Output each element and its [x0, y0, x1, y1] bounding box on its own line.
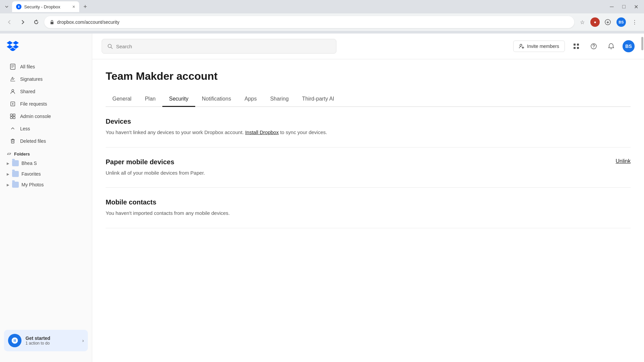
svg-rect-18	[577, 44, 579, 46]
tab-sharing[interactable]: Sharing	[263, 92, 295, 107]
help-icon	[590, 43, 597, 50]
unlink-button[interactable]: Unlink	[616, 158, 631, 164]
bell-icon	[608, 43, 614, 50]
search-input[interactable]	[116, 44, 331, 49]
svg-rect-2	[10, 64, 15, 69]
search-icon	[107, 44, 113, 49]
mobile-contacts-desc: You haven't imported contacts from any m…	[106, 209, 631, 217]
svg-rect-19	[574, 47, 576, 49]
devices-title: Devices	[106, 118, 631, 125]
mobile-contacts-section: Mobile contacts You haven't imported con…	[106, 188, 631, 228]
folder-name: Favorites	[21, 171, 41, 177]
sidebar-item-admin-console[interactable]: Admin console	[3, 110, 89, 122]
grid-icon	[573, 43, 580, 50]
sidebar: All files Signatures Shared File request…	[0, 34, 92, 362]
sidebar-item-less[interactable]: Less	[3, 123, 89, 135]
shared-icon	[9, 88, 16, 95]
devices-desc-before: You haven't linked any devices to your w…	[106, 129, 244, 135]
help-button[interactable]	[588, 40, 600, 52]
sidebar-less-label: Less	[20, 126, 30, 131]
tab-security[interactable]: Security	[162, 92, 195, 107]
url-text: dropbox.com/account/security	[57, 19, 569, 25]
svg-rect-20	[577, 47, 579, 49]
folder-icon	[12, 171, 19, 177]
get-started-subtitle: 1 action to do	[25, 341, 78, 346]
new-tab-button[interactable]: +	[80, 2, 90, 11]
signatures-icon	[9, 76, 16, 82]
sidebar-folder-favorites[interactable]: ▶ Favorites	[0, 169, 92, 179]
get-started-title: Get started	[25, 336, 78, 341]
downloads-button[interactable]	[602, 17, 613, 27]
tab-list-button[interactable]	[3, 3, 11, 11]
sidebar-folder-bhea-s[interactable]: ▶ Bhea S	[0, 158, 92, 169]
avatar[interactable]: BS	[623, 40, 635, 52]
search-bar[interactable]	[102, 39, 336, 54]
tab-close-button[interactable]: ×	[72, 4, 75, 9]
forward-button[interactable]	[17, 17, 28, 27]
scrollbar-thumb[interactable]	[641, 37, 643, 50]
back-button[interactable]	[4, 17, 15, 27]
main-content: Invite members BS Team Makder accou	[92, 34, 644, 239]
sidebar-item-label: Admin console	[20, 114, 51, 119]
sidebar-item-signatures[interactable]: Signatures	[3, 73, 89, 85]
install-dropbox-link[interactable]: Install Dropbox	[245, 129, 279, 135]
folder-icon	[12, 160, 19, 166]
folder-chevron-icon: ▶	[7, 162, 9, 165]
invite-members-button[interactable]: Invite members	[513, 41, 565, 52]
get-started-text: Get started 1 action to do	[25, 336, 78, 346]
sidebar-item-all-files[interactable]: All files	[3, 61, 89, 73]
svg-rect-6	[13, 114, 15, 116]
paper-mobile-desc: Unlink all of your mobile devices from P…	[106, 169, 205, 177]
sidebar-item-shared[interactable]: Shared	[3, 85, 89, 98]
bookmark-button[interactable]: ☆	[577, 17, 588, 27]
page-title: Team Makder account	[106, 70, 631, 82]
tab-third-party-ai-label: Third-party AI	[302, 96, 334, 102]
tab-notifications[interactable]: Notifications	[195, 92, 238, 107]
tab-plan[interactable]: Plan	[138, 92, 162, 107]
folder-icon	[12, 182, 19, 188]
tab-sharing-label: Sharing	[270, 96, 288, 102]
sidebar-navigation: All files Signatures Shared File request…	[0, 60, 92, 326]
main-wrapper: Invite members BS Team Makder accou	[92, 34, 644, 362]
invite-label: Invite members	[527, 44, 559, 49]
extensions-button[interactable]: ●	[590, 17, 600, 27]
settings-tabs: General Plan Security Notifications Apps	[106, 92, 631, 107]
paper-mobile-row: Paper mobile devices Unlink all of your …	[106, 158, 631, 177]
url-bar[interactable]: dropbox.com/account/security	[44, 16, 574, 28]
get-started-banner[interactable]: Get started 1 action to do ›	[4, 330, 88, 351]
tab-third-party-ai[interactable]: Third-party AI	[296, 92, 341, 107]
lock-icon	[50, 20, 54, 24]
sidebar-item-label: Shared	[20, 89, 35, 94]
sidebar-item-deleted-files[interactable]: Deleted files	[3, 135, 89, 147]
tab-apps[interactable]: Apps	[238, 92, 263, 107]
svg-rect-7	[10, 117, 12, 119]
sidebar-folder-my-photos[interactable]: ▶ My Photos	[0, 179, 92, 190]
folder-chevron-icon: ▶	[7, 183, 9, 187]
minimize-button[interactable]: ─	[606, 1, 617, 12]
scrollbar-track	[641, 34, 643, 362]
svg-point-22	[593, 48, 594, 48]
reload-button[interactable]	[31, 17, 42, 27]
menu-button[interactable]: ⋮	[629, 17, 640, 27]
requests-icon	[9, 101, 16, 107]
devices-desc: You haven't linked any devices to your w…	[106, 129, 631, 136]
close-button[interactable]: ✕	[631, 1, 641, 12]
admin-icon	[9, 113, 16, 120]
sidebar-logo[interactable]	[0, 40, 92, 60]
invite-icon	[519, 44, 524, 49]
svg-rect-8	[13, 117, 15, 119]
profile-button[interactable]: BS	[616, 17, 627, 27]
maximize-button[interactable]: □	[619, 1, 629, 12]
sidebar-item-file-requests[interactable]: File requests	[3, 98, 89, 110]
tab-general[interactable]: General	[106, 92, 138, 107]
browser-actions: ☆ ● BS ⋮	[577, 17, 640, 27]
tab-apps-label: Apps	[245, 96, 257, 102]
svg-rect-17	[574, 44, 576, 46]
grid-view-button[interactable]	[570, 40, 582, 52]
top-header: Invite members BS	[92, 34, 644, 59]
browser-tab-security[interactable]: Security - Dropbox ×	[12, 1, 79, 12]
svg-point-4	[12, 89, 14, 92]
notifications-button[interactable]	[605, 40, 617, 52]
folder-chevron-icon: ▶	[7, 172, 9, 176]
folders-section-header[interactable]: Folders	[0, 147, 92, 158]
